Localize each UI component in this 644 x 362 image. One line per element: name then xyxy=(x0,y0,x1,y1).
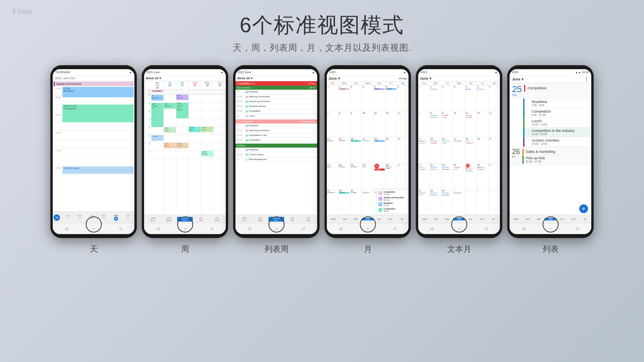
square-icon-month: □ xyxy=(392,226,398,232)
header: 6个标准视图模式 天，周，列表周，月，文本月以及列表视图. xyxy=(0,0,644,58)
status-bar-tm: 2015 ▲ xyxy=(418,69,500,76)
square-icon-list: □ xyxy=(575,226,580,232)
month-day-names: Sun Mon Tue Wed Thu Fri Sat xyxy=(327,82,409,85)
list-nav: ◁ ○ □ xyxy=(510,223,591,234)
home-icon-list: ○ xyxy=(547,226,553,232)
tm-nav: ◁ ○ □ xyxy=(418,223,500,234)
phone-textmonth-screen: 2015 ▲ June ▾ Sun Mon Tue Wed Thu Fri Sa… xyxy=(418,69,500,234)
page-title: 6个标准视图模式 xyxy=(0,11,644,39)
phone-day-wrapper: THURSDAY ▲ 2015, June 25 ▾ Awards and In… xyxy=(50,65,137,255)
phone-textmonth: 2015 ▲ June ▾ Sun Mon Tue Wed Thu Fri Sa… xyxy=(416,65,502,238)
lw-nav: ◁ ○ □ xyxy=(235,223,317,234)
back-icon-tm: ◁ xyxy=(429,226,435,232)
week-date-strip: JUN11-17 JUN18-24 JUN-JUL25-1 JUL2-8 JUL… xyxy=(144,215,226,223)
home-icon-lw: ○ xyxy=(273,226,279,232)
home-icon-week: ○ xyxy=(182,226,188,232)
back-icon-month: ◁ xyxy=(338,226,343,232)
back-icon: ◁ xyxy=(64,226,69,232)
list-date-strip: MAR APR MAY JUN JUL AUG SE xyxy=(510,215,591,223)
more-icon: ⋮ xyxy=(584,76,589,82)
list-header: June ▾ ⋮ xyxy=(510,76,591,83)
lw-content: Competition >> 25 Thu New Actions 68 Fri… xyxy=(235,81,317,215)
time-display: 16:32 xyxy=(582,71,589,74)
back-icon-list: ◁ xyxy=(520,226,526,232)
day-timeline: 07:00 07-08Breakfast 08:00 xyxy=(53,86,134,212)
lw-header: Week 26 ▾ xyxy=(235,76,317,81)
day-nav: ◁ ○ □ xyxy=(53,223,134,234)
tm-date-strip: MAR APR MAY JUN JUL AUG SE xyxy=(418,215,500,223)
phone-week: 2015 June ▲ Week 26 ▾ W26THU25 FRI26 SAT… xyxy=(142,65,228,238)
home-icon-tm: ○ xyxy=(456,226,462,232)
square-icon: □ xyxy=(118,226,124,232)
month-header: June ▾ Design xyxy=(327,76,409,82)
home-icon: ○ xyxy=(91,226,96,232)
page-container: 4 Days 6个标准视图模式 天，周，列表周，月，文本月以及列表视图. THU… xyxy=(0,0,644,362)
wifi-icon-month: ▲ xyxy=(403,71,406,74)
status-bar-day: THURSDAY ▲ xyxy=(53,69,134,76)
home-icon-month: ○ xyxy=(365,226,370,232)
phone-day-screen: THURSDAY ▲ 2015, June 25 ▾ Awards and In… xyxy=(53,69,134,234)
week-days-header: W26THU25 FRI26 SAT27 SUN28 MON29 TUE30 xyxy=(144,81,226,90)
month-date-strip: MAR APR MAY JUN JUL AUG SE xyxy=(327,215,409,223)
phone-listweek-screen: 2015 June ▲ Week 26 ▾ Competition >> 25 … xyxy=(235,69,317,234)
phone-week-wrapper: 2015 June ▲ Week 26 ▾ W26THU25 FRI26 SAT… xyxy=(142,65,228,255)
phone-month-screen: 2015 ▲ June ▾ Design Sun Mon Tue Wed Thu xyxy=(327,69,409,234)
tm-grid: 31 1 Competit 2 3 xyxy=(418,85,500,215)
back-icon-lw: ◁ xyxy=(246,226,252,232)
list-content: 25 Thu Competition xyxy=(510,83,591,215)
status-bar-list: 2015 ▲▲ 16:32 xyxy=(510,69,591,76)
add-event-button[interactable]: + xyxy=(579,204,588,213)
week-grid: 07 08 09 10 11 12 13 14 07Breakf xyxy=(144,95,226,215)
page-subtitle: 天，周，列表周，月，文本月以及列表视图. xyxy=(0,42,644,54)
phone-week-label: 周 xyxy=(181,244,189,255)
wifi-icon-lw: ▲ xyxy=(312,71,315,74)
phone-listweek-label: 列表周 xyxy=(264,244,289,255)
status-bar-lw: 2015 June ▲ xyxy=(235,69,317,76)
phone-month-label: 月 xyxy=(364,244,372,255)
phone-textmonth-wrapper: 2015 ▲ June ▾ Sun Mon Tue Wed Thu Fri Sa… xyxy=(416,65,502,255)
wifi-icon-week: ▲ xyxy=(221,71,223,74)
phone-listweek-wrapper: 2015 June ▲ Week 26 ▾ Competition >> 25 … xyxy=(233,65,320,255)
month-nav: ◁ ○ □ xyxy=(327,223,409,234)
back-icon-week: ◁ xyxy=(155,226,161,232)
status-bar-month: 2015 ▲ xyxy=(327,69,409,76)
month-legend: CompetitionAll day Awards and IncentiveA… xyxy=(376,189,408,214)
square-icon-tm: □ xyxy=(483,226,489,232)
day-allday-event: Awards and Incentive xyxy=(54,82,134,86)
phone-listweek: 2015 June ▲ Week 26 ▾ Competition >> 25 … xyxy=(233,65,320,238)
phone-day: THURSDAY ▲ 2015, June 25 ▾ Awards and In… xyxy=(50,65,137,238)
phone-list-label: 列表 xyxy=(543,244,559,255)
day-header: 2015, June 25 ▾ xyxy=(53,76,134,81)
week-nav: ◁ ○ □ xyxy=(144,223,226,234)
phone-list-wrapper: 2015 ▲▲ 16:32 June ▾ ⋮ xyxy=(507,65,594,255)
tm-header: June ▾ xyxy=(418,76,500,82)
phone-day-label: 天 xyxy=(90,244,98,255)
phone-list-screen: 2015 ▲▲ 16:32 June ▾ ⋮ xyxy=(510,69,591,234)
week-header: Week 26 ▾ xyxy=(144,76,226,81)
square-icon-week: □ xyxy=(209,226,215,232)
square-icon-lw: □ xyxy=(301,226,306,232)
day-date-strip: 25 SUN22 MON23 TUE24 WED25 THU26 FRI27 xyxy=(53,212,134,223)
week-allday: All Competition xyxy=(144,90,226,95)
status-bar-week: 2015 June ▲ xyxy=(144,69,226,76)
wifi-icon: ▲ xyxy=(129,71,132,74)
phone-week-screen: 2015 June ▲ Week 26 ▾ W26THU25 FRI26 SAT… xyxy=(144,69,226,234)
phone-list: 2015 ▲▲ 16:32 June ▾ ⋮ xyxy=(507,65,594,238)
lw-date-strip: JUN11-17 JUN18-24 JUN-JUL25-1 JUL2-8 JUL… xyxy=(235,215,317,223)
phone-month: 2015 ▲ June ▾ Design Sun Mon Tue Wed Thu xyxy=(324,65,411,238)
tm-day-names: Sun Mon Tue Wed Thu Fri Sat xyxy=(418,82,500,85)
wifi-icon-tm: ▲ xyxy=(495,71,497,74)
bg-label: 4 Days xyxy=(12,8,32,15)
phones-row: THURSDAY ▲ 2015, June 25 ▾ Awards and In… xyxy=(0,58,644,255)
signal-icon: ▲▲ xyxy=(576,71,581,74)
phone-textmonth-label: 文本月 xyxy=(447,244,471,255)
phone-month-wrapper: 2015 ▲ June ▾ Design Sun Mon Tue Wed Thu xyxy=(324,65,411,255)
